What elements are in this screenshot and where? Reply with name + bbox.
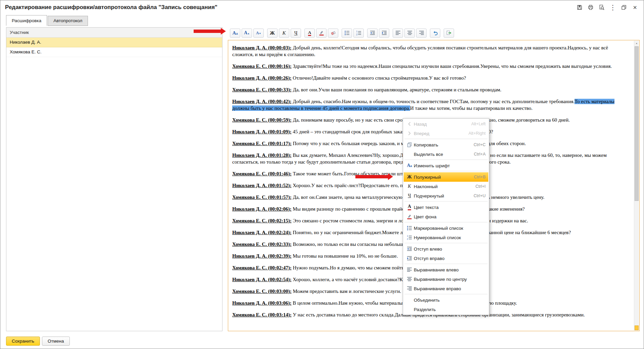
menu-item-align-right[interactable]: Выравнивание вправо bbox=[404, 284, 488, 293]
background-color-icon bbox=[407, 214, 412, 219]
translate-button[interactable] bbox=[444, 29, 454, 38]
indent-right-button[interactable] bbox=[379, 29, 389, 38]
align-left-button[interactable] bbox=[393, 29, 403, 38]
font-decrease-button[interactable]: A▼ bbox=[253, 29, 264, 38]
undo-button[interactable] bbox=[430, 29, 440, 38]
menu-item-label: Выравнивание влево bbox=[414, 267, 481, 272]
align-right-button[interactable] bbox=[416, 29, 427, 38]
speaker-label: Николаев Д. А. (00:01:28): bbox=[232, 152, 292, 158]
print-button[interactable] bbox=[587, 3, 595, 11]
clear-format-icon bbox=[331, 30, 336, 36]
clear-format-button[interactable] bbox=[328, 29, 338, 38]
tab-transcript-label: Расшифровка bbox=[12, 18, 41, 23]
participants-list: Николаев Д. А.Хомякова Е. С. bbox=[6, 38, 222, 57]
font-increase-button[interactable]: A▲ bbox=[242, 29, 252, 38]
speaker-label: Николаев Д. А. (00:02:54): bbox=[232, 277, 292, 282]
save-button[interactable] bbox=[576, 3, 584, 11]
transcript-entry[interactable]: Хомякова Е. С. (00:00:33): Да, вот они.У… bbox=[232, 86, 630, 93]
underline-button[interactable]: Ч bbox=[291, 29, 301, 38]
preview-icon bbox=[599, 5, 604, 10]
transcript-text: Здравствуйте!Мы тоже на это надеемся.Наш… bbox=[293, 63, 612, 69]
scrollbar-thumb[interactable] bbox=[635, 46, 639, 201]
transcript-text: Отлично!Давайте начнём с основного списк… bbox=[293, 75, 466, 81]
menu-item-bold[interactable]: ЖПолужирныйCtrl+B bbox=[404, 172, 488, 182]
tab-transcript[interactable]: Расшифровка bbox=[6, 15, 47, 26]
cancel-button[interactable]: Отмена bbox=[42, 337, 69, 346]
scroll-up-arrow[interactable]: ▲ bbox=[634, 41, 639, 46]
indent-left-button[interactable] bbox=[367, 29, 378, 38]
bold-button[interactable]: Ж bbox=[267, 29, 278, 38]
window: Редактирование расшифровки/автопротокола… bbox=[0, 0, 644, 349]
speaker-label: Хомякова Е. С. (00:02:47): bbox=[232, 265, 292, 270]
transcript-text: Мы готовы на повышение на 10%, но не бол… bbox=[293, 253, 398, 259]
annotation-arrow-bold-icon bbox=[355, 173, 393, 180]
italic-icon: К bbox=[408, 184, 411, 189]
window-title: Редактирование расшифровки/автопротокола… bbox=[5, 4, 576, 11]
transcript-text: Добрый день, спасибо.Нам нужны, в общем-… bbox=[293, 99, 575, 104]
speaker-label: Хомякова Е. С. (00:03:00): bbox=[232, 289, 292, 294]
participant-row[interactable]: Николаев Д. А. bbox=[6, 38, 222, 47]
speaker-label: Хомякова Е. С. (00:02:15): bbox=[232, 218, 292, 223]
menu-item-split[interactable]: Разделить bbox=[404, 305, 488, 314]
menu-item-numbered-list[interactable]: Нумерованный список bbox=[404, 233, 488, 242]
menu-item-change-font[interactable]: AaИзменить шрифт bbox=[404, 161, 488, 170]
transcript-entry[interactable]: Хомякова Е. С. (00:00:16): Здравствуйте!… bbox=[232, 63, 630, 70]
speaker-label: Хомякова Е. С. (00:01:17): bbox=[232, 141, 292, 146]
change-font-icon: Aa bbox=[407, 163, 412, 168]
speaker-label: Николаев Д. А. (00:00:03): bbox=[232, 45, 292, 50]
text-color-button[interactable]: А bbox=[304, 29, 315, 38]
numbered-list-button[interactable] bbox=[353, 29, 364, 38]
menu-item-merge[interactable]: Объединить bbox=[404, 295, 488, 305]
annotation-arrow-toolbar-icon bbox=[194, 28, 226, 35]
menu-item-align-center[interactable]: Выравнивание по центру bbox=[404, 274, 488, 284]
restore-button[interactable] bbox=[620, 3, 628, 11]
scroll-marker[interactable] bbox=[635, 325, 639, 330]
transcript-entry[interactable]: Николаев Д. А. (00:00:03): Добрый день, … bbox=[232, 44, 630, 58]
menu-item-select-all[interactable]: Выделить всеCtrl+A bbox=[404, 149, 488, 159]
transcript-text: Можем предоставить вам и логистические у… bbox=[293, 289, 401, 294]
italic-icon: К bbox=[283, 31, 286, 36]
menu-item-text-color[interactable]: АЦвет текста bbox=[404, 203, 488, 212]
menu-item-shortcut: Alt+Right bbox=[468, 131, 486, 136]
speaker-label: Николаев Д. А. (00:02:24): bbox=[232, 230, 292, 235]
speaker-label: Хомякова Е. С. (00:01:46): bbox=[232, 171, 292, 176]
menu-item-shortcut: Alt+Left bbox=[471, 122, 486, 126]
indent-right-icon bbox=[382, 30, 387, 36]
speaker-label: Хомякова Е. С. (00:00:16): bbox=[232, 63, 292, 69]
italic-button[interactable]: К bbox=[279, 29, 289, 38]
menu-separator bbox=[404, 264, 488, 264]
bulleted-list-button[interactable] bbox=[342, 29, 352, 38]
menu-item-copy[interactable]: КопироватьCtrl+C bbox=[404, 140, 488, 149]
save-button[interactable]: Сохранить bbox=[6, 337, 40, 346]
transcript-entry[interactable]: Николаев Д. А. (00:00:26): Отлично!Давай… bbox=[232, 75, 630, 81]
editor-scrollbar[interactable]: ▲ bbox=[634, 41, 639, 331]
align-center-button[interactable] bbox=[404, 29, 415, 38]
transcript-entry[interactable]: Николаев Д. А. (00:00:42): Добрый день, … bbox=[232, 98, 630, 112]
close-button[interactable]: × bbox=[631, 3, 639, 11]
menu-item-background-color[interactable]: Цвет фона bbox=[404, 212, 488, 221]
tab-autoprotocol[interactable]: Автопротокол bbox=[48, 16, 88, 26]
participant-row[interactable]: Хомякова Е. С. bbox=[6, 47, 222, 57]
menu-item-shortcut: Ctrl+B bbox=[474, 175, 486, 179]
menu-item-label: Маркированный список bbox=[414, 226, 481, 231]
speaker-label: Николаев Д. А. (00:01:09): bbox=[232, 129, 292, 134]
background-color-button[interactable] bbox=[316, 29, 327, 38]
menu-item-indent-right[interactable]: Отступ вправо bbox=[404, 254, 488, 263]
forward-icon bbox=[407, 131, 412, 136]
align-center-icon bbox=[407, 30, 412, 36]
print-icon bbox=[588, 5, 593, 10]
indent-right-icon bbox=[407, 256, 412, 261]
menu-item-shortcut: Ctrl+C bbox=[474, 142, 486, 147]
participants-panel: Участник Николаев Д. А.Хомякова Е. С. bbox=[6, 27, 222, 331]
menu-item-forward: ВпередAlt+Right bbox=[404, 129, 488, 138]
menu-item-underline[interactable]: ЧПодчеркнутыйCtrl+U bbox=[404, 191, 488, 201]
menu-item-italic[interactable]: КНаклонныйCtrl+I bbox=[404, 182, 488, 191]
change-font-button[interactable]: Aa bbox=[230, 29, 240, 38]
menu-item-align-left[interactable]: Выравнивание влево bbox=[404, 265, 488, 274]
menu-item-indent-left[interactable]: Отступ влево bbox=[404, 244, 488, 254]
numbered-list-icon bbox=[356, 30, 361, 36]
menu-item-bulleted-list[interactable]: Маркированный список bbox=[404, 223, 488, 233]
more-button[interactable]: ⋮ bbox=[609, 3, 617, 11]
preview-button[interactable] bbox=[598, 3, 606, 11]
participants-column-header: Участник bbox=[6, 28, 222, 38]
